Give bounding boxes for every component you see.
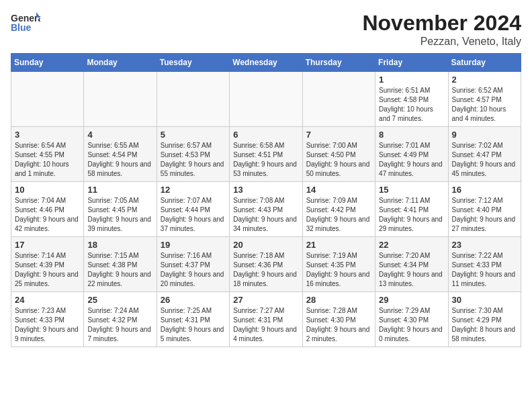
day-info: Sunrise: 7:00 AM Sunset: 4:50 PM Dayligh… — [306, 141, 371, 179]
day-number: 30 — [452, 295, 517, 305]
day-number: 29 — [379, 295, 444, 305]
day-number: 8 — [379, 130, 444, 140]
day-number: 24 — [15, 295, 80, 305]
calendar-cell: 28Sunrise: 7:28 AM Sunset: 4:30 PM Dayli… — [302, 292, 375, 347]
calendar-cell: 1Sunrise: 6:51 AM Sunset: 4:58 PM Daylig… — [375, 72, 448, 127]
day-info: Sunrise: 7:18 AM Sunset: 4:36 PM Dayligh… — [233, 251, 298, 289]
calendar-cell — [84, 72, 157, 127]
location: Pezzan, Veneto, Italy — [362, 36, 521, 48]
day-info: Sunrise: 7:01 AM Sunset: 4:49 PM Dayligh… — [379, 141, 444, 179]
calendar-cell: 15Sunrise: 7:11 AM Sunset: 4:41 PM Dayli… — [375, 182, 448, 237]
calendar-cell: 22Sunrise: 7:20 AM Sunset: 4:34 PM Dayli… — [375, 237, 448, 292]
col-header-tuesday: Tuesday — [157, 54, 229, 72]
day-number: 22 — [379, 240, 444, 250]
day-number: 7 — [306, 130, 371, 140]
calendar-cell — [302, 72, 375, 127]
day-number: 21 — [306, 240, 371, 250]
calendar-cell — [11, 72, 84, 127]
day-number: 17 — [15, 240, 80, 250]
calendar-cell: 21Sunrise: 7:19 AM Sunset: 4:35 PM Dayli… — [302, 237, 375, 292]
day-info: Sunrise: 7:23 AM Sunset: 4:33 PM Dayligh… — [15, 306, 80, 344]
calendar-cell: 2Sunrise: 6:52 AM Sunset: 4:57 PM Daylig… — [448, 72, 521, 127]
day-info: Sunrise: 6:54 AM Sunset: 4:55 PM Dayligh… — [15, 141, 80, 179]
logo-icon: General Blue — [11, 11, 40, 35]
day-number: 16 — [452, 185, 517, 195]
calendar-cell — [157, 72, 229, 127]
day-info: Sunrise: 7:24 AM Sunset: 4:32 PM Dayligh… — [87, 306, 152, 344]
week-row-3: 10Sunrise: 7:04 AM Sunset: 4:46 PM Dayli… — [11, 182, 521, 237]
day-info: Sunrise: 7:25 AM Sunset: 4:31 PM Dayligh… — [161, 306, 226, 344]
col-header-wednesday: Wednesday — [230, 54, 302, 72]
day-number: 5 — [161, 130, 226, 140]
col-header-friday: Friday — [375, 54, 448, 72]
col-header-thursday: Thursday — [302, 54, 375, 72]
day-number: 6 — [233, 130, 298, 140]
day-info: Sunrise: 7:22 AM Sunset: 4:33 PM Dayligh… — [452, 251, 517, 289]
day-number: 20 — [233, 240, 298, 250]
day-info: Sunrise: 7:07 AM Sunset: 4:44 PM Dayligh… — [161, 196, 226, 234]
day-number: 13 — [233, 185, 298, 195]
day-number: 28 — [306, 295, 371, 305]
day-number: 15 — [379, 185, 444, 195]
calendar-cell: 7Sunrise: 7:00 AM Sunset: 4:50 PM Daylig… — [302, 127, 375, 182]
day-info: Sunrise: 7:29 AM Sunset: 4:30 PM Dayligh… — [379, 306, 444, 344]
day-number: 27 — [233, 295, 298, 305]
col-header-sunday: Sunday — [11, 54, 84, 72]
day-info: Sunrise: 7:05 AM Sunset: 4:45 PM Dayligh… — [87, 196, 152, 234]
day-number: 1 — [379, 75, 444, 85]
calendar-cell: 25Sunrise: 7:24 AM Sunset: 4:32 PM Dayli… — [84, 292, 157, 347]
calendar-cell: 14Sunrise: 7:09 AM Sunset: 4:42 PM Dayli… — [302, 182, 375, 237]
day-info: Sunrise: 7:04 AM Sunset: 4:46 PM Dayligh… — [15, 196, 80, 234]
day-number: 11 — [87, 185, 152, 195]
calendar-cell: 18Sunrise: 7:15 AM Sunset: 4:38 PM Dayli… — [84, 237, 157, 292]
calendar-cell: 30Sunrise: 7:30 AM Sunset: 4:29 PM Dayli… — [448, 292, 521, 347]
calendar-cell: 5Sunrise: 6:57 AM Sunset: 4:53 PM Daylig… — [157, 127, 229, 182]
day-info: Sunrise: 7:02 AM Sunset: 4:47 PM Dayligh… — [452, 141, 517, 179]
calendar-cell: 16Sunrise: 7:12 AM Sunset: 4:40 PM Dayli… — [448, 182, 521, 237]
day-number: 23 — [452, 240, 517, 250]
day-info: Sunrise: 6:55 AM Sunset: 4:54 PM Dayligh… — [87, 141, 152, 179]
header-row: SundayMondayTuesdayWednesdayThursdayFrid… — [11, 54, 521, 72]
day-info: Sunrise: 6:52 AM Sunset: 4:57 PM Dayligh… — [452, 86, 517, 124]
day-info: Sunrise: 7:19 AM Sunset: 4:35 PM Dayligh… — [306, 251, 371, 289]
week-row-2: 3Sunrise: 6:54 AM Sunset: 4:55 PM Daylig… — [11, 127, 521, 182]
calendar-cell — [230, 72, 302, 127]
calendar-cell: 19Sunrise: 7:16 AM Sunset: 4:37 PM Dayli… — [157, 237, 229, 292]
calendar-cell: 23Sunrise: 7:22 AM Sunset: 4:33 PM Dayli… — [448, 237, 521, 292]
calendar-cell: 9Sunrise: 7:02 AM Sunset: 4:47 PM Daylig… — [448, 127, 521, 182]
day-info: Sunrise: 6:51 AM Sunset: 4:58 PM Dayligh… — [379, 86, 444, 124]
day-info: Sunrise: 7:09 AM Sunset: 4:42 PM Dayligh… — [306, 196, 371, 234]
page-header: General Blue November 2024 Pezzan, Venet… — [11, 11, 521, 48]
calendar-cell: 3Sunrise: 6:54 AM Sunset: 4:55 PM Daylig… — [11, 127, 84, 182]
day-number: 10 — [15, 185, 80, 195]
day-number: 4 — [87, 130, 152, 140]
calendar-cell: 27Sunrise: 7:27 AM Sunset: 4:31 PM Dayli… — [230, 292, 302, 347]
calendar-cell: 24Sunrise: 7:23 AM Sunset: 4:33 PM Dayli… — [11, 292, 84, 347]
month-title: November 2024 — [362, 11, 521, 36]
day-number: 25 — [87, 295, 152, 305]
title-block: November 2024 Pezzan, Veneto, Italy — [362, 11, 521, 48]
calendar-cell: 10Sunrise: 7:04 AM Sunset: 4:46 PM Dayli… — [11, 182, 84, 237]
day-info: Sunrise: 7:20 AM Sunset: 4:34 PM Dayligh… — [379, 251, 444, 289]
day-info: Sunrise: 7:27 AM Sunset: 4:31 PM Dayligh… — [233, 306, 298, 344]
calendar-cell: 13Sunrise: 7:08 AM Sunset: 4:43 PM Dayli… — [230, 182, 302, 237]
svg-text:Blue: Blue — [11, 22, 32, 33]
day-info: Sunrise: 7:16 AM Sunset: 4:37 PM Dayligh… — [161, 251, 226, 289]
day-info: Sunrise: 6:57 AM Sunset: 4:53 PM Dayligh… — [161, 141, 226, 179]
day-info: Sunrise: 7:12 AM Sunset: 4:40 PM Dayligh… — [452, 196, 517, 234]
logo: General Blue — [11, 11, 43, 35]
day-info: Sunrise: 6:58 AM Sunset: 4:51 PM Dayligh… — [233, 141, 298, 179]
day-number: 18 — [87, 240, 152, 250]
day-number: 19 — [161, 240, 226, 250]
calendar-cell: 8Sunrise: 7:01 AM Sunset: 4:49 PM Daylig… — [375, 127, 448, 182]
calendar-cell: 11Sunrise: 7:05 AM Sunset: 4:45 PM Dayli… — [84, 182, 157, 237]
day-number: 2 — [452, 75, 517, 85]
day-number: 3 — [15, 130, 80, 140]
calendar-cell: 12Sunrise: 7:07 AM Sunset: 4:44 PM Dayli… — [157, 182, 229, 237]
day-info: Sunrise: 7:15 AM Sunset: 4:38 PM Dayligh… — [87, 251, 152, 289]
calendar-cell: 20Sunrise: 7:18 AM Sunset: 4:36 PM Dayli… — [230, 237, 302, 292]
calendar-cell: 17Sunrise: 7:14 AM Sunset: 4:39 PM Dayli… — [11, 237, 84, 292]
calendar-cell: 29Sunrise: 7:29 AM Sunset: 4:30 PM Dayli… — [375, 292, 448, 347]
day-info: Sunrise: 7:08 AM Sunset: 4:43 PM Dayligh… — [233, 196, 298, 234]
day-info: Sunrise: 7:28 AM Sunset: 4:30 PM Dayligh… — [306, 306, 371, 344]
